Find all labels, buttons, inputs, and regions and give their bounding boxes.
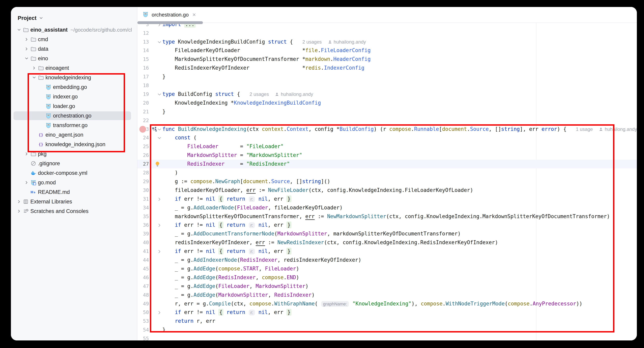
line-number[interactable]: 14 bbox=[138, 46, 149, 55]
tree-item-cmd[interactable]: cmd bbox=[11, 35, 137, 44]
tree-item-orchestration-go[interactable]: orchestration.go bbox=[11, 111, 137, 120]
line-number[interactable]: 41 bbox=[138, 247, 149, 256]
line-number[interactable]: 21 bbox=[138, 107, 149, 116]
code-line-44[interactable]: 44 _ = g.AddIndexerNode(RedisIndexer, re… bbox=[138, 256, 637, 264]
tree-item-eino-assistant[interactable]: eino_assistant~/gocode/src/github.com/cl bbox=[11, 25, 137, 35]
code-line-36[interactable]: 36 if err != nil { return r: nil, err } bbox=[138, 221, 637, 230]
line-number[interactable]: 17 bbox=[138, 72, 149, 81]
code-line-53[interactable]: 53 return r, err bbox=[138, 317, 637, 325]
line-number[interactable]: 40 bbox=[138, 238, 149, 247]
tree-item-knowledge-indexing-json[interactable]: {}knowledge_indexing.json bbox=[11, 140, 137, 149]
code-line-35[interactable]: 35 markdownSplitterKeyOfDocumentTransfor… bbox=[138, 212, 637, 221]
code-line-46[interactable]: 46 _ = g.AddEdge(RedisIndexer, compose.E… bbox=[138, 273, 637, 282]
code-line-54[interactable]: 54} bbox=[138, 325, 637, 334]
line-number[interactable]: 26 bbox=[138, 151, 149, 160]
code-line-27[interactable]: 27 RedisIndexer = "RedisIndexer" bbox=[138, 160, 637, 168]
line-number[interactable]: 48 bbox=[138, 291, 149, 299]
code-line-50[interactable]: 50 if err != nil { return r: nil, err } bbox=[138, 308, 637, 317]
tree-item-external-libraries[interactable]: External Libraries bbox=[11, 197, 137, 206]
line-number[interactable]: 39 bbox=[138, 230, 149, 238]
code-line-41[interactable]: 41 if err != nil { return r: nil, err } bbox=[138, 247, 637, 256]
code-line-26[interactable]: 26 MarkdownSplitter = "MarkdownSplitter" bbox=[138, 151, 637, 160]
fold-expanded-icon[interactable] bbox=[157, 135, 162, 141]
line-number[interactable]: 15 bbox=[138, 55, 149, 64]
line-number[interactable]: 19 bbox=[138, 90, 149, 99]
line-number[interactable]: 28 bbox=[138, 168, 149, 177]
line-number[interactable]: 18 bbox=[138, 81, 149, 90]
code-line-14[interactable]: 14 FileLoaderKeyOfLoader *file.FileLoade… bbox=[138, 46, 637, 55]
code-line-16[interactable]: 16 RedisIndexerKeyOfIndexer *redis.Index… bbox=[138, 64, 637, 72]
line-number[interactable]: 36 bbox=[138, 221, 149, 230]
tree-item-transformer-go[interactable]: transformer.go bbox=[11, 120, 137, 130]
usages-hint[interactable]: 2 usages bbox=[250, 91, 269, 97]
close-icon[interactable] bbox=[192, 12, 196, 17]
fold-expanded-icon[interactable] bbox=[157, 92, 162, 97]
line-number[interactable]: 54 bbox=[138, 325, 149, 334]
line-number[interactable]: 22 bbox=[138, 116, 149, 125]
line-number[interactable]: 50 bbox=[138, 308, 149, 317]
code-line-28[interactable]: 28 ) bbox=[138, 168, 637, 177]
code-line-12[interactable]: 12 bbox=[138, 29, 637, 38]
tree-item-embedding-go[interactable]: embedding.go bbox=[11, 82, 137, 92]
fold-collapsed-icon[interactable] bbox=[157, 197, 162, 202]
fold-collapsed-icon[interactable] bbox=[157, 249, 162, 254]
code-line-3[interactable]: 3import ... bbox=[138, 23, 637, 29]
code-line-18[interactable]: 18 bbox=[138, 81, 637, 90]
code-line-17[interactable]: 17} bbox=[138, 72, 637, 81]
tree-item-scratches-and-consoles[interactable]: Scratches and Consoles bbox=[11, 206, 137, 216]
code-line-22[interactable]: 22 bbox=[138, 116, 637, 125]
code-area[interactable]: 3import ...1213type KnowledgeIndexingBui… bbox=[138, 23, 637, 340]
code-line-25[interactable]: 25 FileLoader = "FileLoader" bbox=[138, 142, 637, 151]
line-number[interactable]: 24 bbox=[138, 133, 149, 142]
fold-expanded-icon[interactable] bbox=[157, 127, 162, 132]
line-number[interactable]: 55 bbox=[138, 334, 149, 340]
tab-orchestration-go[interactable]: orchestration.go bbox=[138, 7, 202, 23]
usages-hint[interactable]: 2 usages bbox=[302, 39, 322, 45]
graph-gutter-icon[interactable] bbox=[152, 127, 157, 132]
code-line-34[interactable]: 34 _ = g.AddLoaderNode(FileLoader, fileL… bbox=[138, 204, 637, 212]
editor-scroll-thumb[interactable] bbox=[138, 21, 203, 24]
fold-collapsed-icon[interactable] bbox=[157, 223, 162, 228]
line-number[interactable]: 31 bbox=[138, 195, 149, 204]
fold-collapsed-icon[interactable] bbox=[157, 310, 162, 315]
code-line-55[interactable]: 55 bbox=[138, 334, 637, 340]
tree-item-indexer-go[interactable]: indexer.go bbox=[11, 92, 137, 101]
line-number[interactable]: 49 bbox=[138, 299, 149, 308]
tree-item-loader-go[interactable]: loader.go bbox=[11, 101, 137, 111]
code-line-21[interactable]: 21} bbox=[138, 107, 637, 116]
code-line-48[interactable]: 48 _ = g.AddEdge(MarkdownSplitter, Redis… bbox=[138, 291, 637, 299]
tree-item-eino-agent-json[interactable]: {}eino_agent.json bbox=[11, 130, 137, 140]
code-line-31[interactable]: 31 if err != nil { return r: nil, err } bbox=[138, 195, 637, 204]
code-line-49[interactable]: 49 r, err = g.Compile(ctx, compose.WithG… bbox=[138, 299, 637, 308]
code-line-19[interactable]: 19type BuildConfig struct { 2 usageshuha… bbox=[138, 90, 637, 99]
code-line-13[interactable]: 13type KnowledgeIndexingBuildConfig stru… bbox=[138, 38, 637, 46]
line-number[interactable]: 47 bbox=[138, 282, 149, 291]
tree-item-eino[interactable]: eino bbox=[11, 54, 137, 63]
line-number[interactable]: 27 bbox=[138, 160, 149, 168]
line-number[interactable]: 16 bbox=[138, 64, 149, 72]
code-line-47[interactable]: 47 _ = g.AddEdge(FileLoader, MarkdownSpl… bbox=[138, 282, 637, 291]
line-number[interactable]: 34 bbox=[138, 204, 149, 212]
code-line-24[interactable]: 24 const ( bbox=[138, 133, 637, 142]
line-number[interactable]: 29 bbox=[138, 177, 149, 186]
tree-item-readme-md[interactable]: MREADME.md bbox=[11, 187, 137, 197]
code-line-20[interactable]: 20 KnowledgeIndexing *KnowledgeIndexingB… bbox=[138, 99, 637, 107]
code-line-39[interactable]: 39 _ = g.AddDocumentTransformerNode(Mark… bbox=[138, 230, 637, 238]
tree-item-go-mod[interactable]: go.mod bbox=[11, 178, 137, 187]
line-number[interactable]: 25 bbox=[138, 142, 149, 151]
line-number[interactable]: 53 bbox=[138, 317, 149, 325]
tree-item--gitignore[interactable]: .gitignore bbox=[11, 159, 137, 168]
breakpoint-dot[interactable] bbox=[139, 126, 146, 133]
tree-item-knowledgeindexing[interactable]: knowledgeindexing bbox=[11, 73, 137, 82]
line-number[interactable]: 12 bbox=[138, 29, 149, 38]
code-line-23[interactable]: 23func BuildKnowledgeIndexing(ctx contex… bbox=[138, 125, 637, 134]
code-line-29[interactable]: 29 g := compose.NewGraph[document.Source… bbox=[138, 177, 637, 186]
usages-hint[interactable]: 1 usage bbox=[576, 126, 593, 132]
code-line-30[interactable]: 30 fileLoaderKeyOfLoader, err := NewFile… bbox=[138, 186, 637, 195]
tree-item-docker-compose-yml[interactable]: docker-compose.yml bbox=[11, 168, 137, 178]
line-number[interactable]: 45 bbox=[138, 264, 149, 273]
line-number[interactable]: 20 bbox=[138, 99, 149, 107]
fold-expanded-icon[interactable] bbox=[157, 40, 162, 45]
line-number[interactable]: 46 bbox=[138, 273, 149, 282]
intention-bulb-icon[interactable] bbox=[154, 161, 160, 167]
